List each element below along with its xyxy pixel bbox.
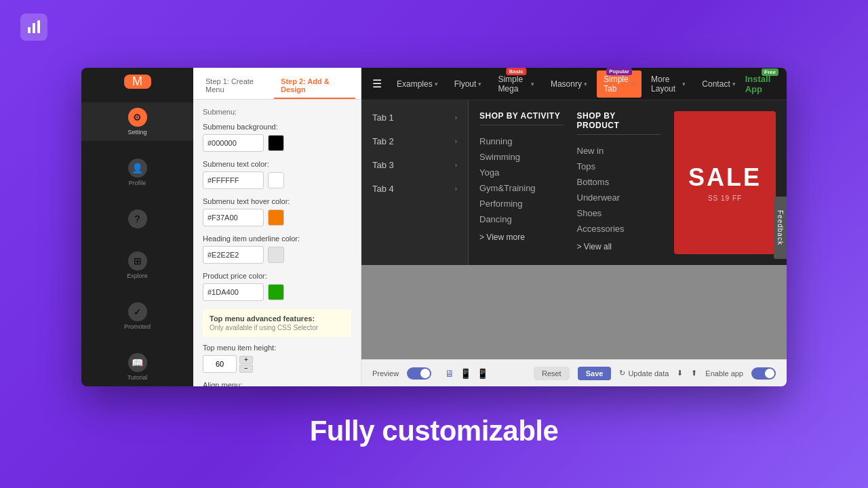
link-gym[interactable]: Gym&Training bbox=[479, 180, 564, 196]
save-button[interactable]: Save bbox=[578, 367, 612, 380]
height-input-row: + − bbox=[203, 355, 351, 373]
advanced-section: Top menu advanced features: Only availab… bbox=[203, 309, 351, 337]
mobile-icon[interactable]: 📱 bbox=[477, 368, 488, 379]
toggle-knob bbox=[420, 369, 430, 378]
reset-button[interactable]: Reset bbox=[534, 367, 570, 380]
tab-create-menu[interactable]: Step 1: Create Menu bbox=[199, 73, 274, 99]
mega-column-activity: Shop by activity Running Swimming Yoga G… bbox=[479, 111, 564, 254]
install-app-button[interactable]: Free Install App bbox=[745, 74, 776, 94]
link-yoga[interactable]: Yoga bbox=[479, 165, 564, 180]
align-row: Align menu: ≡ ≡ ≡ bbox=[203, 381, 351, 386]
tablet-icon[interactable]: 📱 bbox=[460, 368, 471, 379]
hamburger-icon[interactable]: ☰ bbox=[372, 77, 382, 90]
link-swimming[interactable]: Swimming bbox=[479, 149, 564, 165]
mega-column-product: Shop by product New in Tops Bottoms Unde… bbox=[577, 111, 661, 254]
heading-underline-input[interactable] bbox=[203, 246, 264, 264]
heading-underline-swatch[interactable] bbox=[268, 247, 284, 263]
link-new-in[interactable]: New in bbox=[577, 143, 661, 159]
nav-simple-mega[interactable]: Basic Simple Mega ▾ bbox=[491, 70, 541, 98]
submenu-hover-label: Submenu text hover color: bbox=[203, 197, 351, 205]
chevron-down-icon: ▾ bbox=[682, 81, 686, 87]
submenu-bg-swatch[interactable] bbox=[268, 135, 284, 151]
link-view-all[interactable]: > View all bbox=[577, 239, 661, 254]
sidebar-item-setting[interactable]: ⚙ Setting bbox=[81, 102, 193, 141]
height-input[interactable] bbox=[203, 355, 237, 373]
link-dancing[interactable]: Dancing bbox=[479, 211, 564, 227]
sidebar-label-explore: Explore bbox=[127, 272, 148, 279]
sidebar-item-profile[interactable]: 👤 Profile bbox=[81, 153, 193, 192]
advanced-desc: Only available if using CSS Selector bbox=[210, 324, 344, 331]
sidebar-item-tutorial[interactable]: 📖 Tutorial bbox=[81, 348, 193, 386]
tab-add-design[interactable]: Step 2: Add & Design bbox=[274, 73, 355, 99]
desktop-icon[interactable]: 🖥 bbox=[445, 368, 454, 379]
height-up-btn[interactable]: + bbox=[239, 356, 253, 364]
free-badge: Free bbox=[762, 68, 778, 76]
tutorial-icon: 📖 bbox=[128, 353, 147, 372]
product-price-input-row bbox=[203, 283, 351, 301]
chevron-down-icon: ▾ bbox=[478, 81, 481, 87]
nav-more-layout[interactable]: More Layout ▾ bbox=[644, 70, 692, 98]
nav-examples[interactable]: Examples ▾ bbox=[390, 75, 445, 93]
link-performing[interactable]: Performing bbox=[479, 196, 564, 211]
link-view-more[interactable]: > View more bbox=[479, 230, 564, 245]
explore-icon: ⊞ bbox=[128, 251, 147, 270]
sidebar-item-explore[interactable]: ⊞ Explore bbox=[81, 246, 193, 285]
submenu-text-input[interactable] bbox=[203, 171, 264, 189]
link-tops[interactable]: Tops bbox=[577, 159, 661, 174]
link-underwear[interactable]: Underwear bbox=[577, 190, 661, 205]
link-bottoms[interactable]: Bottoms bbox=[577, 174, 661, 190]
column-product-title: Shop by product bbox=[577, 111, 661, 135]
product-price-swatch[interactable] bbox=[268, 284, 284, 300]
height-label: Top menu item height: bbox=[203, 344, 351, 352]
preview-toggle[interactable] bbox=[407, 367, 431, 380]
update-data-action[interactable]: ↻ Update data bbox=[619, 369, 669, 378]
submenu-hover-input[interactable] bbox=[203, 209, 264, 226]
nav-contact[interactable]: Contact ▾ bbox=[695, 75, 742, 93]
advanced-title: Top menu advanced features: bbox=[210, 314, 344, 323]
download-icon: ⬇ bbox=[677, 369, 683, 378]
left-sidebar: M ⚙ Setting 👤 Profile ? ⊞ Explore ✓ Prom… bbox=[81, 68, 193, 386]
submenu-bg-row: Submenu background: bbox=[203, 123, 351, 152]
submenu-bg-label: Submenu background: bbox=[203, 123, 351, 131]
submenu-text-swatch[interactable] bbox=[268, 172, 284, 188]
link-accessories[interactable]: Accessories bbox=[577, 221, 661, 237]
enable-toggle[interactable] bbox=[751, 367, 776, 380]
sidebar-icons: ⚙ Setting 👤 Profile ? ⊞ Explore ✓ Promot… bbox=[81, 102, 193, 386]
chevron-down-icon: ▾ bbox=[732, 81, 736, 87]
icons-action[interactable]: ⬇ bbox=[677, 369, 683, 378]
feedback-tab[interactable]: Feedback bbox=[774, 197, 787, 259]
product-price-input[interactable] bbox=[203, 283, 264, 301]
share-action[interactable]: ⬆ bbox=[691, 369, 697, 378]
heading-underline-row: Heading item underline color: bbox=[203, 235, 351, 264]
sidebar-item-promoted[interactable]: ✓ Promoted bbox=[81, 297, 193, 336]
help-icon: ? bbox=[128, 209, 147, 228]
submenu-hover-swatch[interactable] bbox=[268, 209, 284, 226]
submenu-bg-input-row bbox=[203, 134, 351, 152]
sidebar-label-promoted: Promoted bbox=[124, 323, 151, 330]
height-down-btn[interactable]: − bbox=[239, 365, 253, 373]
sidebar-item-help[interactable]: ? bbox=[81, 204, 193, 234]
nav-flyout[interactable]: Flyout ▾ bbox=[448, 75, 489, 93]
mega-menu: Tab 1 › Tab 2 › Tab 3 › Tab 4 › bbox=[361, 100, 787, 265]
link-running[interactable]: Running bbox=[479, 134, 564, 149]
mega-tab-1[interactable]: Tab 1 › bbox=[361, 106, 468, 129]
chevron-down-icon: ▾ bbox=[584, 81, 587, 87]
submenu-text-label: Submenu text color: bbox=[203, 160, 351, 168]
link-shoes[interactable]: Shoes bbox=[577, 205, 661, 221]
mega-tab-4[interactable]: Tab 4 › bbox=[361, 177, 468, 201]
chevron-right-icon: › bbox=[455, 185, 457, 192]
chevron-down-icon: ▾ bbox=[435, 81, 438, 87]
svg-rect-0 bbox=[28, 27, 31, 33]
logo bbox=[20, 14, 47, 41]
nav-masonry[interactable]: Masonry ▾ bbox=[544, 75, 594, 93]
logo-icon bbox=[20, 14, 47, 41]
height-buttons: + − bbox=[239, 356, 253, 373]
setting-icon: ⚙ bbox=[128, 108, 147, 127]
mega-tab-3[interactable]: Tab 3 › bbox=[361, 153, 468, 177]
submenu-hover-row: Submenu text hover color: bbox=[203, 197, 351, 226]
preview-area: ☰ Examples ▾ Flyout ▾ Basic Simple Mega … bbox=[361, 68, 787, 386]
nav-simple-tab[interactable]: Popular Simple Tab ▾ bbox=[597, 70, 642, 98]
submenu-bg-input[interactable] bbox=[203, 134, 264, 152]
refresh-icon: ↻ bbox=[619, 369, 625, 378]
mega-tab-2[interactable]: Tab 2 › bbox=[361, 129, 468, 153]
